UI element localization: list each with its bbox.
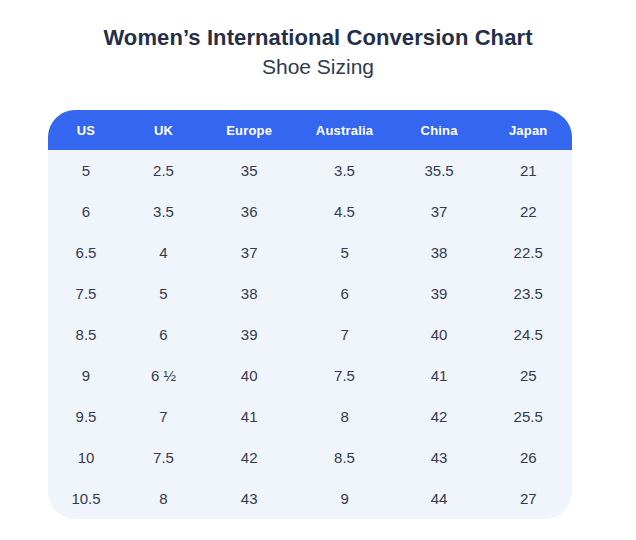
size-cell: 22.5 <box>484 232 572 273</box>
size-cell: 22 <box>484 191 572 232</box>
size-cell: 21 <box>484 150 572 191</box>
column-header-australia: Australia <box>295 110 394 150</box>
size-cell: 35.5 <box>394 150 485 191</box>
size-cell: 10.5 <box>48 478 124 519</box>
size-cell: 43 <box>394 437 485 478</box>
column-header-us: US <box>48 110 124 150</box>
size-cell: 8.5 <box>295 437 394 478</box>
size-cell: 7.5 <box>124 437 203 478</box>
size-cell: 37 <box>394 191 485 232</box>
size-cell: 41 <box>394 355 485 396</box>
size-cell: 40 <box>394 314 485 355</box>
size-cell: 4.5 <box>295 191 394 232</box>
conversion-table-card: USUKEuropeAustraliaChinaJapan 52.5353.53… <box>48 110 572 519</box>
size-cell: 35 <box>203 150 295 191</box>
size-cell: 3.5 <box>295 150 394 191</box>
size-cell: 4 <box>124 232 203 273</box>
size-cell: 9.5 <box>48 396 124 437</box>
size-cell: 38 <box>394 232 485 273</box>
size-cell: 6 <box>124 314 203 355</box>
size-cell: 42 <box>203 437 295 478</box>
column-header-china: China <box>394 110 485 150</box>
size-cell: 3.5 <box>124 191 203 232</box>
size-cell: 7.5 <box>295 355 394 396</box>
size-cell: 6 <box>48 191 124 232</box>
size-cell: 25 <box>484 355 572 396</box>
size-cell: 9 <box>48 355 124 396</box>
size-cell: 44 <box>394 478 485 519</box>
size-cell: 42 <box>394 396 485 437</box>
size-cell: 7 <box>124 396 203 437</box>
size-cell: 25.5 <box>484 396 572 437</box>
conversion-table: USUKEuropeAustraliaChinaJapan 52.5353.53… <box>48 110 572 519</box>
table-row: 7.553863923.5 <box>48 273 572 314</box>
size-cell: 5 <box>124 273 203 314</box>
size-cell: 41 <box>203 396 295 437</box>
size-cell: 6.5 <box>48 232 124 273</box>
size-cell: 8 <box>124 478 203 519</box>
size-cell: 39 <box>203 314 295 355</box>
size-cell: 10 <box>48 437 124 478</box>
table-row: 96 ½407.54125 <box>48 355 572 396</box>
column-header-japan: Japan <box>484 110 572 150</box>
size-cell: 43 <box>203 478 295 519</box>
table-row: 9.574184225.5 <box>48 396 572 437</box>
column-header-europe: Europe <box>203 110 295 150</box>
table-row: 63.5364.53722 <box>48 191 572 232</box>
size-cell: 5 <box>295 232 394 273</box>
size-cell: 6 <box>295 273 394 314</box>
page-subtitle: Shoe Sizing <box>0 54 636 79</box>
page-title: Women’s International Conversion Chart <box>0 25 636 50</box>
column-header-uk: UK <box>124 110 203 150</box>
size-cell: 7.5 <box>48 273 124 314</box>
size-cell: 39 <box>394 273 485 314</box>
table-row: 52.5353.535.521 <box>48 150 572 191</box>
page: Women’s International Conversion Chart S… <box>0 25 636 519</box>
table-body: 52.5353.535.52163.5364.537226.543753822.… <box>48 150 572 519</box>
size-cell: 26 <box>484 437 572 478</box>
table-row: 107.5428.54326 <box>48 437 572 478</box>
size-cell: 24.5 <box>484 314 572 355</box>
size-cell: 37 <box>203 232 295 273</box>
size-cell: 40 <box>203 355 295 396</box>
size-cell: 7 <box>295 314 394 355</box>
size-cell: 38 <box>203 273 295 314</box>
table-row: 6.543753822.5 <box>48 232 572 273</box>
size-cell: 2.5 <box>124 150 203 191</box>
size-cell: 8 <box>295 396 394 437</box>
table-header: USUKEuropeAustraliaChinaJapan <box>48 110 572 150</box>
size-cell: 6 ½ <box>124 355 203 396</box>
header-row: USUKEuropeAustraliaChinaJapan <box>48 110 572 150</box>
table-row: 10.584394427 <box>48 478 572 519</box>
size-cell: 23.5 <box>484 273 572 314</box>
size-cell: 5 <box>48 150 124 191</box>
size-cell: 27 <box>484 478 572 519</box>
table-row: 8.563974024.5 <box>48 314 572 355</box>
size-cell: 8.5 <box>48 314 124 355</box>
size-cell: 9 <box>295 478 394 519</box>
size-cell: 36 <box>203 191 295 232</box>
